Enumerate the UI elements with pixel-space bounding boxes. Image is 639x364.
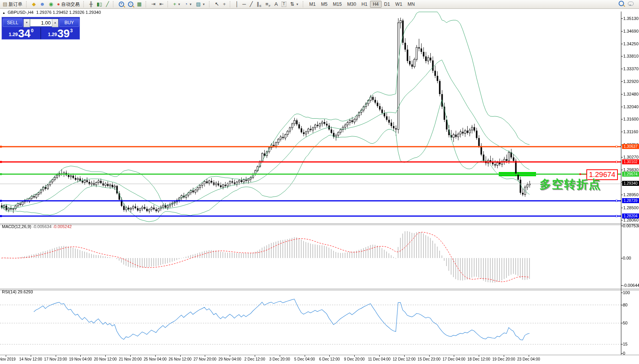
horizontal-line-button[interactable]: ─ [241,0,248,8]
community-button[interactable]: ☻ [38,0,47,8]
volume-up-button[interactable]: ▲ [52,19,58,27]
turning-point-annotation[interactable]: 多空转折点 [539,177,601,192]
tf-m5-button[interactable]: M5 [318,1,330,8]
button-label: W1 [395,2,402,7]
magnifier-plus-icon: + [119,2,124,7]
text-icon: A [274,1,278,7]
one-click-trading-panel: SELL ▼ ▲ BUY 1.29 34 0 1.29 39 3 [2,17,80,40]
toolbar-group: │─╱∥E≡FAT⇅▼ [233,0,302,8]
tf-m1-button[interactable]: M1 [307,1,319,8]
macd-indicator-label: MACD(12,26,9) -0.005634 -0.005242 [2,224,72,229]
cursor-button[interactable]: ↖ [213,0,221,8]
new-order-button[interactable]: ▤新订单 [1,0,24,8]
button-label: M30 [347,2,356,7]
volume-down-button[interactable]: ▼ [23,19,30,27]
chart-shift-button[interactable]: ⇤ [158,0,166,8]
vertical-line-icon: │ [236,1,239,7]
dropdown-arrow-icon[interactable]: ▼ [178,3,181,6]
sell-price-sup: 0 [31,28,33,33]
toolbar-separator [146,1,148,7]
trendline-button[interactable]: ╱ [248,0,255,8]
line-chart-button[interactable]: ╱ [104,0,111,8]
sell-price-big: 34 [18,28,30,38]
arrows-icon: ⇅ [290,1,294,7]
autotrading-button[interactable]: ●自动交易 [55,0,81,8]
metaeditor-button[interactable]: ◆ [30,0,38,8]
person-icon: ☻ [40,1,45,7]
toolbar-separator [83,1,85,7]
horizontal-line-icon: ─ [242,1,246,7]
tf-h1-button[interactable]: H1 [359,1,370,8]
rsi-indicator-label: RSI(14) 29.6293 [2,290,33,294]
channel-button[interactable]: ∥E [255,0,264,8]
search-icon[interactable] [619,1,624,7]
button-label: H4 [373,2,378,7]
arrows-button[interactable]: ⇅▼ [288,0,301,8]
templates-button[interactable]: ▨▼ [194,0,207,8]
dropdown-arrow-icon[interactable]: ▼ [296,3,299,6]
icon-subscript: E [259,4,261,8]
toolbar-group: ▤新订单 [0,0,25,8]
tile-windows-button[interactable]: ▦ [135,0,144,8]
candlestick-chart-button[interactable]: ▮▯ [95,0,104,8]
toolbar-group: ╫▮▯╱ [86,0,111,8]
ohlc-bars-icon: ╫ [89,1,93,7]
buy-button[interactable]: BUY [59,18,79,27]
symbol-ohlc-line: ▲ GBPUSD-,H4 1.29376 1.29452 1.29326 1.2… [2,10,101,15]
sell-button[interactable]: SELL [3,18,23,27]
mt4-terminal: { "toolbar": { "active_timeframe": "H4",… [0,0,639,364]
vertical-line-button[interactable]: │ [234,0,241,8]
chart-shift-icon: ⇤ [159,1,164,7]
dropdown-arrow-icon[interactable]: ▼ [189,3,192,6]
toolbar-separator [230,1,232,7]
clock-icon: ◔ [184,1,188,7]
sell-price-small: 1.29 [9,32,18,37]
line-chart-icon: ╱ [106,1,109,7]
buy-price[interactable]: 1.29 39 3 [41,28,80,39]
magnifier-minus-icon: − [128,2,133,7]
bar-chart-button[interactable]: ╫ [87,0,95,8]
tf-m30-button[interactable]: M30 [344,1,359,8]
fibonacci-button[interactable]: ≡F [264,0,272,8]
collapse-triangle-icon[interactable]: ▲ [2,11,5,15]
buy-price-big: 39 [57,28,70,38]
button-label: H1 [362,2,367,7]
text-button[interactable]: A [272,0,280,8]
ohlc-close: 1.29340 [86,10,101,15]
volume-input[interactable] [30,19,52,26]
ohlc-high: 1.29452 [53,10,68,15]
macd-value-1: -0.005634 [32,224,51,229]
fibonacci-icon: ≡ [266,1,269,7]
button-label: M15 [333,2,342,7]
zoom-out-button[interactable]: − [126,0,135,8]
text-label-icon: T [282,2,286,7]
sell-price[interactable]: 1.29 34 0 [2,28,41,39]
trendline-icon: ╱ [250,1,253,7]
ohlc-open: 1.29376 [36,10,51,15]
zoom-in-button[interactable]: + [117,0,126,8]
tf-mn-button[interactable]: MN [405,1,418,8]
auto-scroll-icon: ⇥ [151,1,156,7]
tf-h4-button[interactable]: H4 [370,1,381,8]
candles-icon: ▮▯ [96,1,102,7]
label-button[interactable]: T [280,0,288,8]
periods-button[interactable]: ◔▼ [183,0,194,8]
crosshair-button[interactable]: + [221,0,228,8]
rsi-name: RSI(14) [2,290,17,294]
indicators-button[interactable]: +▼ [171,0,183,8]
macd-value-2: -0.005242 [53,224,72,229]
signals-button[interactable]: ◉ [47,0,55,8]
tf-d1-button[interactable]: D1 [382,1,393,8]
toolbar-group: +▼◔▼▨▼ [171,0,208,8]
macd-name: MACD(12,26,9) [2,224,31,229]
dropdown-arrow-icon[interactable]: ▼ [202,3,205,6]
auto-scroll-button[interactable]: ⇥ [149,0,158,8]
tf-m15-button[interactable]: M15 [330,1,344,8]
button-label: M1 [309,2,316,7]
tf-w1-button[interactable]: W1 [393,1,405,8]
toolbar-group: ⇥⇤ [149,0,166,8]
chat-icon[interactable] [628,2,634,7]
new-order-icon: ▤ [3,1,7,7]
sonar-icon: ◉ [49,1,53,7]
rsi-value: 29.6293 [18,290,33,294]
